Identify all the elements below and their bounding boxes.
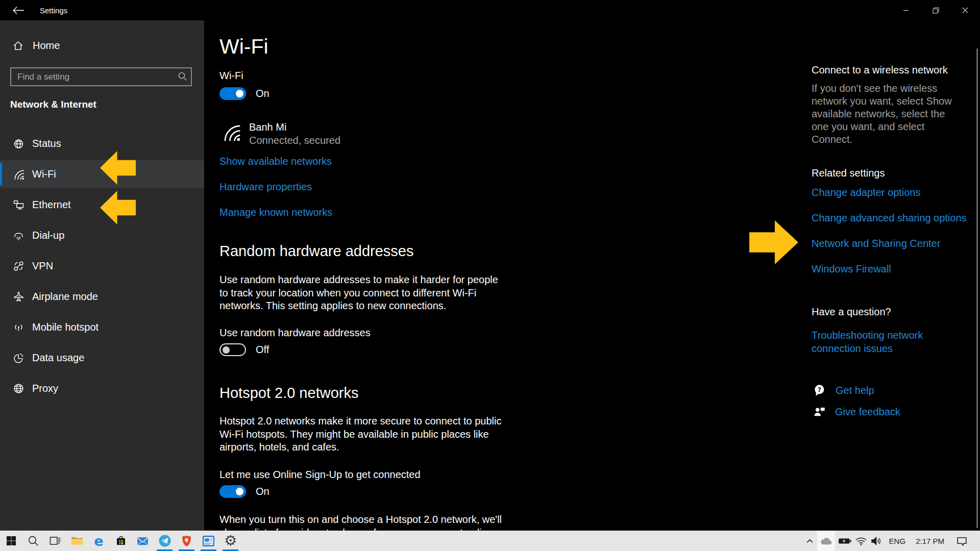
network-status: Connected, secured [249, 134, 340, 147]
network-and-sharing-center-link[interactable]: Network and Sharing Center [812, 238, 940, 249]
clock[interactable]: 2:17 PM [912, 531, 948, 551]
give-feedback-link[interactable]: Give feedback [835, 406, 900, 418]
sidebar-item-label: Proxy [32, 383, 58, 394]
close-icon [962, 7, 968, 13]
file-explorer-button[interactable] [66, 531, 88, 551]
wifi-tray-button[interactable] [855, 531, 867, 551]
edge-browser-button[interactable] [88, 531, 110, 551]
sidebar-item-label: Ethernet [32, 199, 71, 211]
window-title: Settings [40, 6, 67, 15]
brave-icon [181, 535, 192, 547]
hotspot-toggle-label: Let me use Online Sign-Up to get connect… [219, 469, 421, 481]
hotspot-toggle[interactable] [219, 485, 246, 498]
file-explorer-icon [70, 535, 84, 546]
give-feedback-icon [813, 405, 826, 418]
hotspot-footnote: When you turn this on and choose a Hotsp… [219, 513, 516, 531]
hotspot-toggle-state: On [256, 486, 270, 497]
minimize-icon [903, 7, 909, 13]
brave-browser-button[interactable] [176, 531, 198, 551]
action-center-button[interactable] [951, 531, 973, 551]
task-view-icon [49, 535, 61, 547]
wifi-signal-icon [855, 536, 867, 546]
task-view-button[interactable] [44, 531, 66, 551]
notification-icon [956, 536, 968, 546]
cloud-icon [819, 536, 833, 546]
time-label: 2:17 PM [912, 537, 948, 545]
dialup-icon [12, 229, 24, 241]
sidebar-item-status[interactable]: Status [0, 130, 204, 157]
wifi-settings-page: Wi-Fi Wi-Fi On Banh Mi Connected, secure… [204, 20, 980, 531]
connect-help-heading: Connect to a wireless network [812, 64, 948, 76]
sidebar-item-data-usage[interactable]: Data usage [0, 344, 204, 371]
sidebar-item-vpn[interactable]: VPN [0, 252, 204, 280]
settings-sidebar: Home Network & Internet Status Wi-Fi Eth… [0, 20, 204, 531]
mail-app-button[interactable] [132, 531, 154, 551]
random-hw-toggle-state: Off [256, 344, 269, 356]
app-window-button[interactable] [198, 531, 219, 551]
hotspot-description: Hotspot 2.0 networks make it more secure… [219, 415, 508, 454]
telegram-app-button[interactable] [154, 531, 176, 551]
get-help-link[interactable]: Get help [836, 385, 874, 396]
connect-help-text: If you don't see the wireless network yo… [812, 82, 961, 146]
taskbar-search-button[interactable] [22, 531, 44, 551]
language-indicator[interactable]: ENG [886, 531, 910, 551]
mail-icon [136, 536, 149, 546]
connected-wifi-icon [221, 122, 241, 147]
battery-tray-button[interactable] [838, 531, 852, 551]
sidebar-home-label: Home [33, 40, 60, 52]
sidebar-item-proxy[interactable]: Proxy [0, 374, 204, 402]
sidebar-item-wifi[interactable]: Wi-Fi [0, 160, 204, 188]
random-hw-toggle[interactable] [219, 343, 246, 356]
random-hw-heading: Random hardware addresses [219, 243, 413, 260]
sidebar-item-airplane-mode[interactable]: Airplane mode [0, 283, 204, 310]
start-button[interactable] [0, 531, 22, 551]
windows-firewall-link[interactable]: Windows Firewall [812, 263, 891, 275]
onedrive-tray-button[interactable] [817, 531, 835, 551]
maximize-restore-button[interactable] [921, 0, 950, 20]
sidebar-item-label: Airplane mode [32, 291, 98, 303]
sidebar-item-home[interactable]: Home [12, 40, 60, 52]
volume-tray-button[interactable] [870, 531, 883, 551]
hotspot-icon [12, 321, 24, 333]
app-window-icon [202, 535, 215, 547]
search-input[interactable] [10, 67, 192, 86]
show-available-networks-link[interactable]: Show available networks [219, 156, 332, 167]
sidebar-item-dialup[interactable]: Dial-up [0, 221, 204, 249]
random-hw-description: Use random hardware addresses to make it… [219, 273, 508, 313]
wifi-toggle[interactable] [219, 87, 246, 100]
sidebar-item-ethernet[interactable]: Ethernet [0, 191, 204, 218]
random-hw-toggle-label: Use random hardware addresses [219, 327, 371, 339]
minimize-button[interactable] [891, 0, 921, 20]
chevron-up-icon [805, 537, 814, 545]
airplane-icon [12, 290, 24, 303]
settings-app-button[interactable] [219, 531, 241, 551]
back-button[interactable] [7, 3, 30, 17]
hardware-properties-link[interactable]: Hardware properties [219, 181, 312, 193]
troubleshooting-link[interactable]: Troubleshooting network connection issue… [812, 329, 939, 355]
wifi-icon [12, 168, 24, 180]
wifi-toggle-label: Wi-Fi [219, 70, 243, 82]
proxy-globe-icon [12, 382, 24, 394]
sidebar-item-mobile-hotspot[interactable]: Mobile hotspot [0, 313, 204, 341]
get-help-icon: ? [813, 384, 827, 397]
microsoft-store-button[interactable] [110, 531, 132, 551]
taskbar-apps [0, 531, 241, 551]
wifi-toggle-state: On [256, 88, 270, 99]
close-button[interactable] [950, 0, 980, 20]
toggle-knob [223, 346, 230, 354]
microsoft-store-icon [115, 535, 127, 547]
search-icon [178, 71, 187, 81]
have-a-question-heading: Have a question? [812, 306, 891, 318]
change-advanced-sharing-options-link[interactable]: Change advanced sharing options [812, 212, 967, 224]
svg-text:?: ? [818, 386, 821, 393]
sidebar-section-header: Network & Internet [10, 99, 96, 110]
vertical-scrollbar[interactable] [976, 48, 978, 528]
sidebar-item-label: Mobile hotspot [32, 321, 99, 333]
change-adapter-options-link[interactable]: Change adapter options [812, 187, 921, 198]
tray-chevron-button[interactable] [805, 531, 814, 551]
restore-icon [933, 7, 939, 14]
manage-known-networks-link[interactable]: Manage known networks [219, 207, 332, 218]
home-icon [12, 40, 24, 52]
windows-start-icon [6, 535, 17, 546]
telegram-icon [158, 534, 172, 547]
